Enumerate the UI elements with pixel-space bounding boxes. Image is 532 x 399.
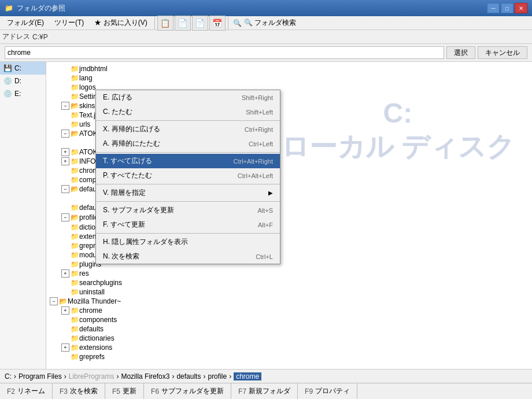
minimize-button[interactable]: ─ xyxy=(487,3,500,13)
ctx-expand-recursive[interactable]: X. 再帰的に広げる Ctrl+Right xyxy=(96,122,280,136)
drive-c[interactable]: 💾 C: xyxy=(0,62,46,75)
folder-icon-atok22: 📁 xyxy=(71,148,79,156)
bottom-drive-c[interactable]: C: xyxy=(5,372,12,380)
menubar: フォルダ(E) ツリー(T) ★ お気に入り(V) 📋 📄 📄 📅 🔍 🔍 フォ… xyxy=(0,16,532,30)
expander-res[interactable]: + xyxy=(61,269,69,278)
expander-skins[interactable]: − xyxy=(61,102,69,110)
path-input[interactable] xyxy=(5,46,444,59)
context-menu: E. 広げる Shift+Right C. たたむ Shift+Left X. … xyxy=(95,90,280,264)
toolbar-btn-4[interactable]: 📅 xyxy=(209,16,226,31)
bottom-libre-programs[interactable]: LibrePrograms xyxy=(69,372,114,380)
status-f5[interactable]: F5 更新 xyxy=(105,383,144,399)
bottom-profile[interactable]: profile xyxy=(208,372,227,380)
search-label: 🔍 フォルダ検索 xyxy=(244,18,296,28)
folder-icon-res: 📁 xyxy=(71,269,79,278)
folder-icon-textjpn: 📁 xyxy=(71,111,79,119)
ctx-sep-5 xyxy=(96,233,280,234)
ctx-sep-1 xyxy=(96,120,280,121)
expander-jmdbhtml xyxy=(61,65,69,73)
bottom-chrome[interactable]: chrome xyxy=(234,372,261,380)
tree-item-res[interactable]: + 📁 res xyxy=(49,269,530,278)
search-area: 🔍 🔍 フォルダ検索 xyxy=(233,18,296,28)
tree-item-thunder-dictionaries[interactable]: 📁 dictionaries xyxy=(49,334,530,343)
tree-item-jmdbhtml[interactable]: 📁 jmdbhtml xyxy=(49,64,530,73)
statusbar: F2 リネーム F3 次を検索 F5 更新 F6 サブフォルダを更新 F7 新規… xyxy=(0,383,532,399)
drive-e-label: E: xyxy=(14,90,21,98)
ctx-sep-4 xyxy=(96,201,280,202)
ctx-expand-all[interactable]: T. すべて広げる Ctrl+Alt+Right xyxy=(96,154,280,168)
folder-icon-atok: 📂 xyxy=(71,130,79,138)
folder-icon-searchplugins: 📁 xyxy=(71,279,79,287)
close-button[interactable]: ✕ xyxy=(515,3,527,13)
drive-e[interactable]: 💿 E: xyxy=(0,87,46,100)
drive-c-icon: 💾 xyxy=(3,64,12,72)
menu-tree[interactable]: ツリー(T) xyxy=(50,17,88,29)
ctx-show-hidden[interactable]: H. 隠し属性フォルダを表示 xyxy=(96,235,280,249)
folder-icon-dictionaries: 📁 xyxy=(71,223,79,231)
tree-item-thunder-greprefs[interactable]: 📁 greprefs xyxy=(49,352,530,361)
address-bar: アドレス C:¥P xyxy=(0,30,532,44)
window-icon: 📁 xyxy=(5,4,13,12)
tree-item-searchplugins[interactable]: 📁 searchplugins xyxy=(49,278,530,287)
status-f3[interactable]: F3 次を検索 xyxy=(53,383,105,399)
folder-icon-jmdbhtml: 📁 xyxy=(71,65,79,73)
toolbar-btn-2[interactable]: 📄 xyxy=(175,16,191,31)
menu-folder[interactable]: フォルダ(E) xyxy=(2,17,49,29)
tree-item-lang[interactable]: 📁 lang xyxy=(49,73,530,83)
tree-item-thunder-components[interactable]: 📁 components xyxy=(49,315,530,324)
maximize-button[interactable]: □ xyxy=(501,3,513,13)
folder-icon-info: 📁 xyxy=(71,157,79,165)
address-path: C:¥P xyxy=(32,33,48,41)
toolbar-btn-3[interactable]: 📄 xyxy=(192,16,208,31)
menu-favorites[interactable]: ★ お気に入り(V) xyxy=(90,17,152,29)
ctx-update-all[interactable]: F. すべて更新 Alt+F xyxy=(96,217,280,232)
cancel-button[interactable]: キャンセル xyxy=(478,46,527,59)
expander-mozilla-thunder[interactable]: − xyxy=(50,297,58,305)
folder-icon-urls: 📁 xyxy=(71,120,79,128)
folder-icon-thunder-defaults: 📁 xyxy=(71,325,79,333)
status-f6[interactable]: F6 サブフォルダを更新 xyxy=(144,383,231,399)
folder-icon-logos: 📁 xyxy=(71,83,79,91)
ctx-collapse[interactable]: C. たたむ Shift+Left xyxy=(96,105,280,119)
select-button[interactable]: 選択 xyxy=(446,46,475,59)
status-f9[interactable]: F9 プロパティ xyxy=(298,383,357,399)
drive-d[interactable]: 💿 D: xyxy=(0,75,46,87)
folder-icon-defaults: 📂 xyxy=(71,185,79,193)
tree-item-thunder-extensions[interactable]: + 📁 extensions xyxy=(49,343,530,352)
expander-thunder-extensions[interactable]: + xyxy=(61,343,69,352)
tree-area[interactable]: C: ローカル ディスク 📁 jmdbhtml 📁 lang xyxy=(46,62,532,369)
ctx-specify-level[interactable]: V. 階層を指定 ▶ xyxy=(96,186,280,200)
ctx-find-next[interactable]: N. 次を検索 Ctrl+L xyxy=(96,249,280,264)
search-icon: 🔍 xyxy=(233,19,242,27)
folder-icon-thunder-extensions: 📁 xyxy=(71,343,79,352)
tree-item-mozilla-thunder[interactable]: − 📂 Mozilla Thunder~ xyxy=(46,297,530,306)
tree-item-thunder-chrome[interactable]: + 📁 chrome xyxy=(49,306,530,315)
bottom-program-files[interactable]: Program Files xyxy=(19,372,62,380)
title-bar: 📁 フォルダの参照 ─ □ ✕ xyxy=(0,0,532,16)
expander-atok22[interactable]: + xyxy=(61,148,69,156)
expander-atok[interactable]: − xyxy=(61,130,69,138)
status-f2[interactable]: F2 リネーム xyxy=(0,383,53,399)
ctx-update-subfolders[interactable]: S. サブフォルダを更新 Alt+S xyxy=(96,203,280,217)
path-bar: 選択 キャンセル xyxy=(0,44,532,62)
toolbar-btn-1[interactable]: 📋 xyxy=(157,16,173,31)
window-title: フォルダの参照 xyxy=(17,3,65,13)
folder-icon-mozilla-thunder: 📂 xyxy=(59,297,68,305)
ctx-collapse-all[interactable]: P. すべてたたむ Ctrl+Alt+Left xyxy=(96,168,280,183)
status-f7[interactable]: F7 新規フォルダ xyxy=(231,383,298,399)
ctx-expand[interactable]: E. 広げる Shift+Right xyxy=(96,90,280,105)
expander-profile[interactable]: − xyxy=(61,213,69,221)
folder-icon-uninstall: 📁 xyxy=(71,288,79,296)
bottom-mozilla-firefox3[interactable]: Mozilla Firefox3 xyxy=(121,372,169,380)
folder-icon-lang: 📁 xyxy=(71,74,79,82)
drive-panel: 💾 C: 💿 D: 💿 E: xyxy=(0,62,46,369)
folder-icon-settingskin: 📁 xyxy=(71,93,79,101)
ctx-collapse-recursive[interactable]: A. 再帰的にたたむ Ctrl+Left xyxy=(96,136,280,151)
tree-item-uninstall[interactable]: 📁 uninstall xyxy=(49,287,530,297)
tree-item-thunder-defaults[interactable]: 📁 defaults xyxy=(49,324,530,334)
bottom-defaults[interactable]: defaults xyxy=(176,372,201,380)
expander-info[interactable]: + xyxy=(61,157,69,165)
folder-icon-thunder-dictionaries: 📁 xyxy=(71,334,79,342)
expander-thunder-chrome[interactable]: + xyxy=(61,306,69,315)
expander-defaults[interactable]: − xyxy=(61,185,69,193)
